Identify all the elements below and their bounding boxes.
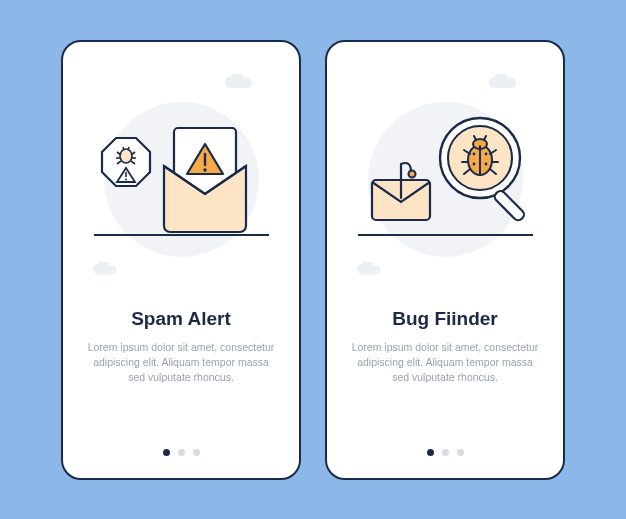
card-title: Spam Alert bbox=[131, 308, 231, 330]
bug-finder-illustration bbox=[358, 102, 533, 251]
illustration-area bbox=[81, 62, 281, 292]
pagination-dot[interactable] bbox=[178, 449, 185, 456]
spam-alert-illustration bbox=[94, 102, 269, 251]
card-body: Lorem ipsum dolor sit amet, consectetur … bbox=[81, 340, 281, 386]
pagination-dots[interactable] bbox=[427, 449, 464, 456]
card-body: Lorem ipsum dolor sit amet, consectetur … bbox=[345, 340, 545, 386]
pagination-dots[interactable] bbox=[163, 449, 200, 456]
cloud-icon bbox=[223, 74, 257, 92]
envelope-icon bbox=[164, 128, 246, 232]
svg-point-31 bbox=[472, 153, 475, 156]
phishing-envelope-icon bbox=[372, 163, 430, 220]
svg-point-34 bbox=[484, 163, 487, 166]
svg-line-9 bbox=[128, 147, 129, 150]
card-title: Bug Fiinder bbox=[392, 308, 498, 330]
cloud-icon bbox=[91, 262, 121, 278]
pagination-dot[interactable] bbox=[163, 449, 170, 456]
cloud-icon bbox=[355, 262, 385, 278]
svg-point-14 bbox=[203, 168, 206, 171]
svg-point-11 bbox=[125, 179, 127, 181]
pagination-dot[interactable] bbox=[457, 449, 464, 456]
pagination-dot[interactable] bbox=[193, 449, 200, 456]
cloud-icon bbox=[487, 74, 521, 92]
pagination-dot[interactable] bbox=[427, 449, 434, 456]
svg-rect-35 bbox=[492, 189, 525, 222]
magnifying-glass-icon bbox=[440, 118, 526, 222]
onboarding-card-spam-alert: Spam Alert Lorem ipsum dolor sit amet, c… bbox=[61, 40, 301, 480]
svg-point-17 bbox=[408, 171, 415, 178]
pagination-dot[interactable] bbox=[442, 449, 449, 456]
onboarding-card-bug-finder: Bug Fiinder Lorem ipsum dolor sit amet, … bbox=[325, 40, 565, 480]
svg-point-1 bbox=[120, 149, 132, 163]
svg-point-33 bbox=[472, 163, 475, 166]
illustration-area bbox=[345, 62, 545, 292]
svg-line-8 bbox=[123, 147, 124, 150]
warning-sign-icon bbox=[102, 138, 150, 186]
svg-point-32 bbox=[484, 153, 487, 156]
